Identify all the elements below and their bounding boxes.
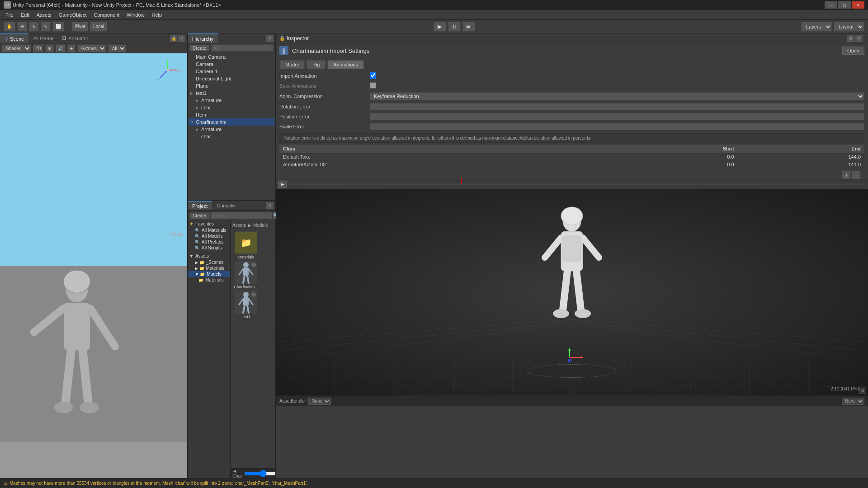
rotate-tool-button[interactable]: ↻: [29, 22, 39, 32]
svg-line-33: [276, 319, 572, 342]
clips-remove-button[interactable]: -: [852, 170, 861, 179]
project-close-button[interactable]: ✕: [266, 202, 274, 209]
fav-all-prefabs[interactable]: 🔍All Prefabs: [188, 239, 230, 245]
project-grid-area: Assets ▶ Models 📁 Materials: [231, 221, 275, 478]
hier-directional-light[interactable]: Directional Light: [189, 75, 274, 82]
svg-point-29: [283, 48, 285, 51]
local-button[interactable]: Local: [90, 22, 107, 32]
layout-dropdown[interactable]: Layout: [834, 22, 864, 32]
2d-button[interactable]: 2D: [33, 44, 43, 52]
fav-all-models[interactable]: 🔍All Models: [188, 233, 230, 239]
hierarchy-search-input[interactable]: [211, 44, 274, 52]
menu-file[interactable]: File: [2, 11, 17, 19]
scene-canvas[interactable]: X Y Z < Persp: [0, 53, 187, 478]
inspector-close-btn[interactable]: ✕: [855, 35, 863, 42]
hier-main-camera[interactable]: Main Camera: [189, 53, 274, 61]
hier-hemi[interactable]: Hemi: [189, 111, 274, 118]
window-title: Unity Personal (64bit) - Main.unity - Ne…: [13, 2, 825, 8]
shading-dropdown[interactable]: Shaded: [2, 44, 31, 52]
close-button[interactable]: ✕: [852, 1, 864, 9]
scene-light-button[interactable]: ☀: [45, 44, 54, 52]
clips-col-start: Start: [618, 145, 738, 153]
favorites-header[interactable]: ★ Favorites: [188, 221, 230, 227]
svg-point-57: [575, 309, 591, 318]
hier-test1[interactable]: ▶test1: [189, 89, 274, 97]
open-button[interactable]: Open: [842, 47, 864, 55]
menu-gameobject[interactable]: GameObject: [55, 11, 90, 19]
play-button[interactable]: ▶: [434, 22, 446, 32]
step-button[interactable]: ⏭: [462, 22, 475, 32]
asset-bundle-right-select[interactable]: None: [842, 398, 864, 405]
tab-project[interactable]: Project: [188, 201, 212, 210]
asset-models-folder[interactable]: ▼ 📁Models: [188, 271, 230, 277]
scene-panel-close-button[interactable]: ✕: [178, 35, 185, 42]
anim-compression-select[interactable]: Keyframe Reduction: [370, 92, 864, 100]
hier-armature-1[interactable]: ▶Armature: [189, 97, 274, 104]
layers-dropdown[interactable]: Layers: [801, 22, 832, 32]
menu-window[interactable]: Window: [123, 11, 148, 19]
project-create-label[interactable]: Create: [189, 212, 209, 219]
scale-tool-button[interactable]: ⤡: [41, 22, 51, 32]
rotation-error-input[interactable]: 0.5: [370, 103, 864, 110]
tab-scene[interactable]: ⬡ Scene: [0, 33, 28, 43]
scene-fx-button[interactable]: ✦: [67, 44, 75, 52]
hier-char-2[interactable]: char: [189, 133, 274, 140]
bake-animations-checkbox[interactable]: [370, 82, 376, 89]
rect-tool-button[interactable]: ⬜: [52, 22, 64, 32]
import-animation-checkbox[interactable]: [370, 72, 376, 79]
scale-error-input[interactable]: 0.5: [370, 123, 864, 130]
test1-thumb: [235, 291, 257, 314]
tab-animator[interactable]: 🎞 Animator: [58, 33, 93, 43]
minimize-button[interactable]: ─: [825, 1, 837, 9]
hier-plane[interactable]: Plane: [189, 82, 274, 89]
hierarchy-create-label[interactable]: Create: [189, 45, 209, 52]
project-search-input[interactable]: [210, 212, 272, 219]
fav-all-materials[interactable]: 🔍All Materials: [188, 227, 230, 233]
pivot-button[interactable]: Pivot: [72, 22, 88, 32]
clip-name-armature: ArmatureAction_001: [279, 161, 618, 169]
clip-row-default[interactable]: Default Take 0.0 144.0: [279, 153, 864, 161]
inspector-icon-btn[interactable]: ⚙: [847, 35, 854, 42]
anim-play-button[interactable]: ▶: [278, 180, 288, 188]
menu-component[interactable]: Component: [90, 11, 123, 19]
maximize-button[interactable]: □: [838, 1, 851, 9]
pause-button[interactable]: ⏸: [448, 22, 461, 32]
tab-hierarchy[interactable]: Hierarchy: [188, 33, 218, 43]
hand-tool-button[interactable]: ✋: [4, 22, 15, 32]
scene-audio-button[interactable]: 🔊: [56, 44, 66, 52]
fav-all-scripts[interactable]: 🔍All Scripts: [188, 245, 230, 251]
menu-edit[interactable]: Edit: [17, 11, 33, 19]
assets-header[interactable]: ▼ Assets: [188, 253, 230, 259]
hier-camera[interactable]: Camera: [189, 61, 274, 68]
asset-materials-sub-folder[interactable]: 📁Materials: [188, 277, 230, 283]
clip-row-armature[interactable]: ArmatureAction_001 0.0 141.0: [279, 161, 864, 169]
import-tab-rig[interactable]: Rig: [307, 60, 326, 69]
hierarchy-close-button[interactable]: ✕: [266, 35, 274, 42]
gizmos-dropdown[interactable]: Gizmos: [77, 44, 106, 52]
asset-materials-folder[interactable]: ▶ 📁Materials: [188, 265, 230, 271]
clips-add-button[interactable]: +: [842, 170, 851, 179]
hier-camera1[interactable]: Camera 1: [189, 68, 274, 75]
asset-item-test1[interactable]: test1: [232, 291, 259, 319]
zoom-slider[interactable]: [244, 471, 275, 476]
menu-help[interactable]: Help: [148, 11, 165, 19]
import-tab-model[interactable]: Model: [279, 60, 305, 69]
all-dropdown[interactable]: All: [108, 44, 126, 52]
position-error-input[interactable]: 0.5: [370, 113, 864, 120]
inspector-header: 🔒 Inspector ⚙ ✕: [276, 33, 868, 43]
asset-item-materials[interactable]: 📁 Materials: [232, 231, 259, 259]
asset-bundle-select[interactable]: None: [308, 398, 331, 405]
hier-char-1[interactable]: ▶char: [189, 104, 274, 111]
import-tab-animations[interactable]: Animations: [327, 60, 363, 69]
tab-game[interactable]: 🎮 Game: [28, 33, 58, 43]
move-tool-button[interactable]: ✛: [17, 22, 27, 32]
svg-rect-23: [243, 297, 249, 305]
rotation-error-control: 0.5: [370, 103, 864, 110]
menu-assets[interactable]: Assets: [33, 11, 55, 19]
asset-scenes-folder[interactable]: ▶ 📁_Scenes: [188, 259, 230, 265]
hier-armature-2[interactable]: ▶Armature: [189, 126, 274, 133]
scene-panel-lock-button[interactable]: 🔒: [170, 35, 177, 42]
asset-item-charfinalanim[interactable]: Charfinalan...: [232, 261, 259, 289]
hier-charfinalanim[interactable]: ▼Charfinalanim: [189, 118, 274, 126]
tab-console[interactable]: Console: [212, 201, 239, 210]
